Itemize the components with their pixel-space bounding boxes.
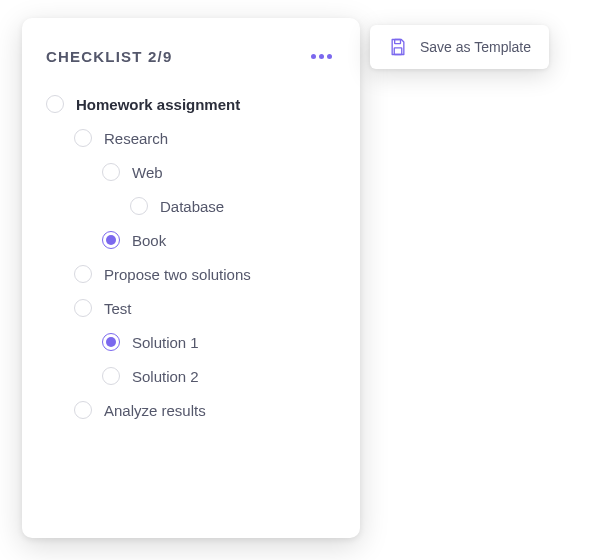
radio-icon[interactable] — [102, 333, 120, 351]
radio-icon[interactable] — [74, 401, 92, 419]
save-icon — [388, 37, 408, 57]
checklist-item-label: Solution 2 — [132, 368, 199, 385]
checklist-item-label: Solution 1 — [132, 334, 199, 351]
ellipsis-icon — [327, 54, 332, 59]
checklist-item[interactable]: Web — [46, 155, 336, 189]
checklist-item-label: Research — [104, 130, 168, 147]
checklist-card: CHECKLIST 2/9 Homework assignmentResearc… — [22, 18, 360, 538]
save-template-menu-item[interactable]: Save as Template — [370, 25, 549, 69]
more-options-button[interactable] — [307, 50, 336, 63]
checklist-item-label: Propose two solutions — [104, 266, 251, 283]
card-header: CHECKLIST 2/9 — [46, 48, 336, 65]
checklist-item-label: Database — [160, 198, 224, 215]
checklist-item-label: Web — [132, 164, 163, 181]
checklist-title: CHECKLIST 2/9 — [46, 48, 172, 65]
checklist-item[interactable]: Propose two solutions — [46, 257, 336, 291]
checklist-item[interactable]: Book — [46, 223, 336, 257]
checklist-item-label: Homework assignment — [76, 96, 240, 113]
radio-icon[interactable] — [74, 265, 92, 283]
checklist-item-label: Book — [132, 232, 166, 249]
checklist-item-label: Test — [104, 300, 132, 317]
checklist-item[interactable]: Research — [46, 121, 336, 155]
radio-icon[interactable] — [102, 163, 120, 181]
checklist-item[interactable]: Database — [46, 189, 336, 223]
ellipsis-icon — [319, 54, 324, 59]
save-template-label: Save as Template — [420, 39, 531, 55]
checklist-item[interactable]: Homework assignment — [46, 87, 336, 121]
svg-rect-0 — [395, 40, 401, 44]
checklist-item-label: Analyze results — [104, 402, 206, 419]
radio-icon[interactable] — [46, 95, 64, 113]
checklist-list: Homework assignmentResearchWebDatabaseBo… — [46, 87, 336, 427]
radio-icon[interactable] — [74, 129, 92, 147]
radio-icon[interactable] — [74, 299, 92, 317]
radio-icon[interactable] — [102, 367, 120, 385]
checklist-item[interactable]: Test — [46, 291, 336, 325]
radio-icon[interactable] — [102, 231, 120, 249]
radio-icon[interactable] — [130, 197, 148, 215]
checklist-item[interactable]: Solution 1 — [46, 325, 336, 359]
checklist-item[interactable]: Solution 2 — [46, 359, 336, 393]
svg-rect-1 — [394, 48, 402, 55]
ellipsis-icon — [311, 54, 316, 59]
checklist-item[interactable]: Analyze results — [46, 393, 336, 427]
